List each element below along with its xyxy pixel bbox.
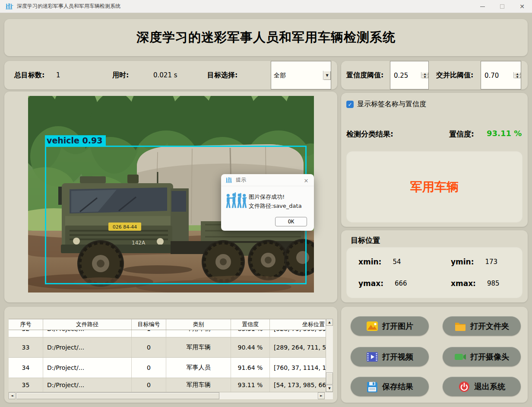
ymin-value: 173 <box>485 258 498 266</box>
cell-target-id: 0 <box>132 378 166 392</box>
confidence-value: 93.11 % <box>487 129 522 138</box>
cell-class: 军事人员 <box>166 358 231 378</box>
dialog-message-line2: 文件路径:save_data <box>249 201 302 210</box>
cell-target-id: 1 <box>132 330 166 337</box>
dialog-close-icon[interactable]: ✕ <box>302 176 310 185</box>
target-select-dropdown[interactable]: 全部 ▼ <box>271 61 331 89</box>
cell-filepath: D:/Project/... <box>43 330 132 337</box>
open-image-label: 打开图片 <box>382 321 413 331</box>
elapsed-time-value: 0.021 s <box>153 71 177 79</box>
conf-spin-up-icon[interactable]: ▲ <box>421 72 428 75</box>
xmin-label: xmin: <box>358 258 381 266</box>
maximize-icon <box>500 4 504 9</box>
cell-target-id: 0 <box>132 337 166 357</box>
result-class-box: 军用车辆 <box>346 151 522 223</box>
th-target-id: 目标编号 <box>132 319 166 330</box>
save-icon <box>366 381 378 392</box>
conf-threshold-spinbox[interactable]: 0.25 ▲ ▼ <box>390 61 429 89</box>
iou-threshold-spinbox[interactable]: 0.70 ▲ ▼ <box>481 61 521 89</box>
table-row-34[interactable]: 34 D:/Project/... 0 军事人员 91.64 % [760, 3… <box>9 357 326 378</box>
cell-target-id: 0 <box>132 358 166 378</box>
show-labels-checkbox[interactable]: ✓ <box>346 101 354 108</box>
cell-confidence: 91.64 % <box>231 358 270 378</box>
maximize-button[interactable] <box>492 0 512 13</box>
detection-bbox-label: vehicle 0.93 <box>45 135 106 147</box>
open-video-button[interactable]: 打开视频 <box>351 347 429 366</box>
conf-spin-down-icon[interactable]: ▼ <box>421 75 428 78</box>
dialog-title: 提示 <box>236 176 246 184</box>
soldiers-icon <box>225 191 247 210</box>
table-row-33[interactable]: 33 D:/Project/... 0 军用车辆 90.44 % [289, 2… <box>9 337 326 357</box>
vertical-scroll-thumb[interactable] <box>326 372 333 385</box>
close-icon: ✕ <box>519 3 525 10</box>
open-camera-label: 打开摄像头 <box>470 352 509 362</box>
conf-threshold-label: 置信度阈值: <box>346 71 383 80</box>
exit-system-button[interactable]: 退出系统 <box>443 377 521 396</box>
window-title: 深度学习的迷彩军事人员和军用车辆检测系统 <box>17 3 120 10</box>
dialog-ok-button[interactable]: OK <box>275 217 307 226</box>
cell-confidence: 93.11 % <box>231 378 270 392</box>
app-window: 深度学习的迷彩军事人员和军用车辆检测系统 ✕ 深度学习的迷彩军事人员和军用车辆检… <box>0 0 532 407</box>
th-class: 类别 <box>166 319 231 330</box>
open-camera-button[interactable]: 打开摄像头 <box>443 347 521 366</box>
actions-panel: 打开图片 打开文件夹 打开视频 <box>341 307 528 403</box>
show-labels-label: 显示标签名称与置信度 <box>357 100 426 109</box>
scroll-left-icon[interactable]: ◄ <box>9 392 16 399</box>
table-row-35[interactable]: 35 D:/Project/... 0 军用车辆 93.11 % [54, 17… <box>9 378 326 392</box>
th-confidence: 置信度 <box>231 319 270 330</box>
cell-class: 军用车辆 <box>166 330 231 337</box>
exit-system-label: 退出系统 <box>474 382 505 392</box>
header-panel: 深度学习的迷彩军事人员和军用车辆检测系统 <box>4 19 528 56</box>
ymax-value: 666 <box>395 280 407 287</box>
stats-panel: 总目标数: 1 用时: 0.021 s 目标选择: 全部 ▼ <box>4 61 337 89</box>
cell-index: 32 <box>9 330 43 337</box>
table-panel: 序号 文件路径 目标编号 类别 置信度 坐标位置 32 D:/Project/.… <box>4 307 337 403</box>
power-icon <box>458 381 470 392</box>
save-result-button[interactable]: 保存结果 <box>351 377 429 396</box>
open-folder-button[interactable]: 打开文件夹 <box>443 316 521 336</box>
total-targets-value: 1 <box>56 71 60 79</box>
open-image-button[interactable]: 打开图片 <box>351 316 429 336</box>
check-icon: ✓ <box>348 102 352 108</box>
cell-coords: [760, 37, 1114, 119 <box>270 358 326 378</box>
dialog-body: 图片保存成功! 文件路径:save_data <box>221 188 314 210</box>
scroll-up-icon[interactable]: ▲ <box>326 319 333 326</box>
result-class-value: 军用车辆 <box>410 179 459 195</box>
target-position-title: 目标位置 <box>351 235 380 245</box>
page-title: 深度学习的迷彩军事人员和军用车辆检测系统 <box>136 29 396 46</box>
scroll-right-icon[interactable]: ► <box>318 392 325 399</box>
cell-index: 34 <box>9 358 43 378</box>
cell-class: 军用车辆 <box>166 378 231 392</box>
target-select-label: 目标选择: <box>207 71 238 80</box>
target-position-box: xmin: 54 ymin: 173 ymax: 666 xmax: 985 <box>346 247 522 298</box>
open-video-label: 打开视频 <box>382 352 413 362</box>
conf-threshold-value: 0.25 <box>390 71 421 79</box>
camera-icon <box>454 351 466 362</box>
table-row-32[interactable]: 32 D:/Project/... 1 军用车辆 85.31 % [528, 7… <box>9 330 326 337</box>
iou-spin-up-icon[interactable]: ▲ <box>514 72 521 75</box>
th-coords: 坐标位置 <box>270 319 326 330</box>
cell-confidence: 85.31 % <box>231 330 270 337</box>
save-result-label: 保存结果 <box>382 382 413 392</box>
video-icon <box>366 351 378 362</box>
close-button[interactable]: ✕ <box>512 0 532 13</box>
cell-filepath: D:/Project/... <box>43 358 132 378</box>
scroll-down-icon[interactable]: ▼ <box>326 385 333 392</box>
cell-index: 33 <box>9 337 43 357</box>
table-horizontal-scrollbar[interactable]: ◄ ► <box>9 392 333 399</box>
app-soldiers-icon <box>6 3 13 10</box>
table-vertical-scrollbar[interactable]: ▲ ▼ <box>326 319 333 392</box>
window-titlebar: 深度学习的迷彩军事人员和军用车辆检测系统 ✕ <box>0 0 532 13</box>
results-panel: ✓ 显示标签名称与置信度 检测分类结果: 置信度: 93.11 % 军用车辆 <box>341 93 528 227</box>
minimize-button[interactable] <box>472 0 492 13</box>
iou-spin-down-icon[interactable]: ▼ <box>514 75 521 78</box>
chevron-down-icon[interactable]: ▼ <box>323 71 331 80</box>
total-targets-label: 总目标数: <box>14 71 44 80</box>
cell-coords: [54, 173, 985, 666] <box>270 378 326 392</box>
ymin-label: ymin: <box>451 258 474 266</box>
horizontal-scroll-thumb[interactable] <box>16 392 219 399</box>
dialog-message-line1: 图片保存成功! <box>249 192 302 201</box>
open-folder-label: 打开文件夹 <box>470 321 509 331</box>
image-icon <box>366 321 378 332</box>
cell-filepath: D:/Project/... <box>43 337 132 357</box>
